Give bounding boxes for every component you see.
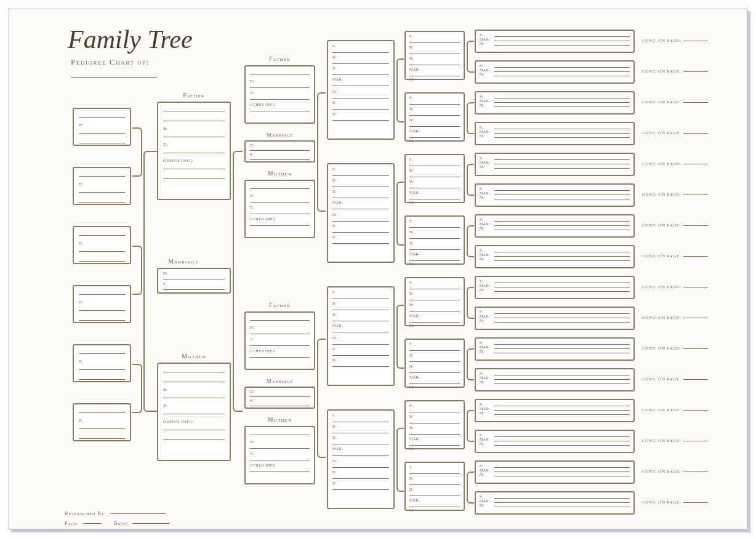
gen3-marriage-box[interactable]: D: P: <box>244 387 315 409</box>
cont-on-page-8[interactable]: Cont. on Page: <box>642 254 708 259</box>
gen2-marriage-label: Marriage <box>168 258 199 265</box>
gen2-mother-label: Mother <box>157 353 231 359</box>
bracket <box>317 92 326 212</box>
gen5-box-6[interactable]: F: B: D: MAR: M: <box>404 339 465 388</box>
bracket <box>396 58 404 122</box>
bracket <box>317 339 326 458</box>
child-box-2[interactable]: B: <box>73 167 131 205</box>
gen6-box-7[interactable]: F: MAR: M: <box>475 214 635 238</box>
gen4-box-1[interactable]: F: B: D: MAR: M: B: D: <box>327 40 395 140</box>
gen5-box-7[interactable]: F: B: D: MAR: M: <box>404 400 465 449</box>
gen3-mother-label: Mother <box>244 170 315 177</box>
cont-on-page-9[interactable]: Cont. on Page: <box>642 284 708 289</box>
gen6-box-9[interactable]: F: MAR: M: <box>475 276 635 299</box>
gen6-box-12[interactable]: F: MAR: M: <box>475 368 635 391</box>
gen5-box-5[interactable]: F: B: D: MAR: M: <box>404 277 465 326</box>
child-box-6[interactable]: B: <box>73 403 131 441</box>
date-label: Date: <box>114 521 129 526</box>
bracket <box>132 246 142 295</box>
gen6-box-11[interactable]: F: MAR: M: <box>475 337 635 361</box>
cont-on-page-14[interactable]: Cont. on Page: <box>642 438 708 443</box>
gen3-mother-box[interactable]: B: D: Other Info <box>244 180 315 238</box>
page-title: Family Tree <box>68 25 193 54</box>
cont-on-page-4[interactable]: Cont. on Page: <box>642 130 708 135</box>
bracket <box>467 225 474 257</box>
gen5-box-1[interactable]: F: B: D: MAR: M: <box>404 31 465 80</box>
bracket <box>396 182 404 246</box>
gen6-box-1[interactable]: F: MAR: M: <box>475 30 635 53</box>
gen2-marriage-box[interactable]: D: P: <box>157 268 231 294</box>
gen3-mother-label: Mother <box>244 416 315 423</box>
bracket <box>143 151 157 412</box>
footer: Researched By: <box>65 511 166 516</box>
gen6-box-10[interactable]: F: MAR: M: <box>475 307 635 330</box>
gen2-mother-box[interactable]: B: D: Other Info <box>157 363 231 461</box>
gen2-father-label: Father <box>157 92 231 98</box>
child-box-5[interactable]: B: <box>73 344 131 382</box>
cont-on-page-2[interactable]: Cont. on Page: <box>642 69 708 74</box>
gen6-box-5[interactable]: F: MAR: M: <box>475 153 635 176</box>
cont-on-page-13[interactable]: Cont. on Page: <box>642 408 708 412</box>
bracket <box>132 364 142 413</box>
gen3-father-box[interactable]: B: D: Other Info <box>244 65 315 124</box>
researched-by-line[interactable] <box>110 513 166 514</box>
cont-on-page-6[interactable]: Cont. on Page: <box>642 192 708 197</box>
gen3-father-label: Father <box>244 302 315 308</box>
gen5-box-2[interactable]: F: B: D: MAR: M: <box>404 92 465 142</box>
cont-on-page-16[interactable]: Cont. on Page: <box>642 500 708 505</box>
child-box-1[interactable]: B: <box>73 108 131 146</box>
bracket <box>467 102 474 134</box>
gen6-box-14[interactable]: F: MAR: M: <box>475 430 635 453</box>
pedigree-chart-sheet: Family Tree Pedigree Chart of: Father B:… <box>9 9 747 529</box>
gen3-father-label: Father <box>244 55 315 62</box>
page-line[interactable] <box>83 523 102 524</box>
gen6-box-15[interactable]: F: MAR: M: <box>475 460 635 484</box>
child-box-3[interactable]: B: <box>73 226 131 264</box>
gen5-box-4[interactable]: F: B: D: MAR: M: <box>404 215 465 265</box>
gen4-box-2[interactable]: F: B: D: MAR: M: B: D: <box>327 163 395 263</box>
gen2-father-box[interactable]: B: D: Other Info <box>157 102 231 200</box>
gen6-box-13[interactable]: F: MAR: M: <box>475 399 635 422</box>
child-box-4[interactable]: B: <box>73 285 131 323</box>
gen3-father-box[interactable]: B: D: Other Info <box>244 311 315 370</box>
bracket <box>467 164 474 196</box>
cont-on-page-3[interactable]: Cont. on Page: <box>642 100 708 105</box>
researched-by-label: Researched By: <box>65 511 107 516</box>
gen3-marriage-label: Marriage <box>244 378 315 384</box>
bracket <box>467 410 474 442</box>
page: Family Tree Pedigree Chart of: Father B:… <box>0 0 756 538</box>
gen3-marriage-box[interactable]: D: P: <box>244 140 315 163</box>
bracket <box>396 428 404 492</box>
bracket <box>233 151 243 412</box>
gen3-mother-box[interactable]: B: D: Other Info <box>244 426 315 484</box>
footer-2: Page: Date: <box>65 521 169 526</box>
bracket <box>467 472 474 504</box>
subject-name-line[interactable] <box>71 77 157 78</box>
bracket <box>467 348 474 380</box>
gen4-box-3[interactable]: F: B: D: MAR: M: B: D: <box>327 286 395 386</box>
gen3-marriage-label: Marriage <box>244 132 315 138</box>
cont-on-page-1[interactable]: Cont. on Page: <box>642 38 708 43</box>
gen6-box-8[interactable]: F: MAR: M: <box>475 245 635 268</box>
cont-on-page-11[interactable]: Cont. on Page: <box>642 346 708 351</box>
cont-on-page-7[interactable]: Cont. on Page: <box>642 223 708 228</box>
page-label: Page: <box>65 521 79 526</box>
bracket <box>396 305 404 369</box>
cont-on-page-10[interactable]: Cont. on Page: <box>642 315 708 320</box>
gen6-box-6[interactable]: F: MAR: M: <box>475 183 635 207</box>
gen5-box-3[interactable]: F: B: D: MAR: M: <box>404 154 465 203</box>
bracket <box>467 287 474 319</box>
cont-on-page-5[interactable]: Cont. on Page: <box>642 161 708 166</box>
bracket <box>132 127 142 177</box>
page-subtitle: Pedigree Chart of: <box>71 57 150 67</box>
bracket <box>467 41 474 73</box>
gen6-box-4[interactable]: F: MAR: M: <box>475 122 635 145</box>
gen6-box-16[interactable]: F: MAR: M: <box>475 491 635 515</box>
gen4-box-4[interactable]: F: B: D: MAR: M: B: D: <box>327 409 395 509</box>
gen5-box-8[interactable]: F: B: D: MAR: M: <box>404 462 465 511</box>
gen6-box-3[interactable]: F: MAR: M: <box>475 91 635 114</box>
cont-on-page-12[interactable]: Cont. on Page: <box>642 377 708 382</box>
date-line[interactable] <box>132 523 169 524</box>
cont-on-page-15[interactable]: Cont. on Page: <box>642 469 708 474</box>
gen6-box-2[interactable]: F: MAR: M: <box>475 60 635 84</box>
